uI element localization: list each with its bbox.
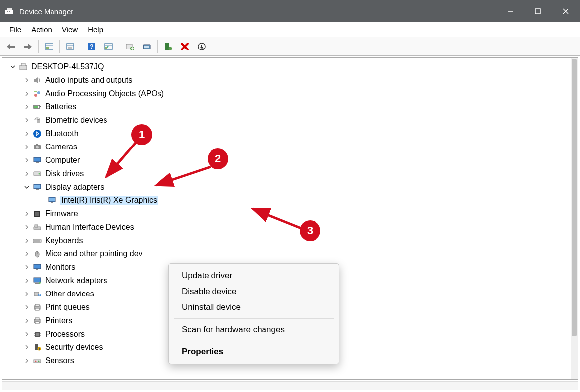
tree-node[interactable]: Cameras: [2, 140, 578, 153]
tree-node[interactable]: Batteries: [2, 100, 578, 113]
svg-rect-37: [34, 106, 38, 108]
tree-node[interactable]: Audio inputs and outputs: [2, 73, 578, 87]
context-menu-item[interactable]: Uninstall device: [169, 299, 339, 315]
forward-button[interactable]: [20, 39, 35, 54]
context-menu-item[interactable]: Disable device: [169, 284, 339, 299]
chevron-down-icon[interactable]: [9, 63, 16, 70]
close-button[interactable]: [552, 0, 580, 22]
tree-node[interactable]: Display adapters: [2, 180, 578, 194]
chevron-right-icon[interactable]: [23, 90, 30, 97]
tree-node-label: Audio Processing Objects (APOs): [45, 89, 164, 98]
tree-node[interactable]: Mice and other pointing dev: [2, 247, 578, 260]
tree-node[interactable]: Audio Processing Objects (APOs): [2, 87, 578, 100]
menu-action[interactable]: Action: [26, 23, 57, 36]
svg-rect-36: [40, 106, 41, 107]
tree-node-label: Cameras: [45, 143, 77, 151]
svg-rect-8: [10, 46, 15, 48]
chevron-right-icon[interactable]: [23, 264, 30, 271]
svg-rect-73: [35, 318, 39, 320]
svg-rect-41: [36, 144, 38, 146]
chevron-right-icon[interactable]: [23, 277, 30, 284]
minimize-button[interactable]: [496, 0, 524, 22]
svg-rect-63: [34, 278, 41, 282]
tree-leaf[interactable]: Intel(R) Iris(R) Xe Graphics: [2, 194, 578, 207]
device-manager-window: Device Manager File Action View Help ? D…: [0, 0, 580, 392]
maximize-button[interactable]: [524, 0, 552, 22]
tree-leaf-label: Intel(R) Iris(R) Xe Graphics: [60, 196, 158, 205]
tree-node-label: Firmware: [45, 209, 78, 218]
show-hide-console-button[interactable]: [42, 39, 56, 54]
menu-file[interactable]: File: [4, 23, 26, 36]
chevron-right-icon[interactable]: [23, 170, 30, 177]
tree-root[interactable]: DESKTOP-4L537JQ: [2, 60, 578, 73]
monitor-icon: [32, 262, 42, 272]
chevron-right-icon[interactable]: [23, 250, 30, 257]
chevron-right-icon[interactable]: [23, 237, 30, 244]
svg-point-33: [37, 91, 40, 94]
chevron-right-icon[interactable]: [23, 144, 30, 150]
horizontal-scrollbar[interactable]: [2, 381, 578, 390]
svg-rect-61: [34, 264, 41, 269]
tree-node[interactable]: Biometric devices: [2, 113, 578, 127]
svg-rect-50: [49, 198, 55, 201]
printer-icon: [32, 316, 42, 326]
tree-node[interactable]: Firmware: [2, 207, 578, 220]
chevron-right-icon[interactable]: [23, 344, 30, 351]
tree-node-label: Monitors: [45, 263, 75, 272]
chevron-right-icon[interactable]: [23, 357, 30, 364]
disk-icon: [32, 169, 42, 179]
mouse-icon: [32, 249, 42, 259]
chevron-right-icon[interactable]: [23, 304, 30, 311]
svg-text:?: ?: [90, 43, 93, 50]
context-menu-item[interactable]: Update driver: [169, 268, 339, 284]
menu-view[interactable]: View: [57, 23, 83, 36]
svg-point-85: [35, 360, 37, 362]
device-tree-pane: DESKTOP-4L537JQAudio inputs and outputsA…: [2, 57, 578, 380]
tree-node[interactable]: Bluetooth: [2, 127, 578, 140]
tree-node-label: Processors: [45, 330, 85, 339]
context-menu-item[interactable]: Properties: [169, 344, 339, 360]
chevron-right-icon[interactable]: [23, 224, 30, 231]
disable-device-button[interactable]: [177, 39, 192, 54]
tree-node[interactable]: Computer: [2, 153, 578, 167]
svg-rect-70: [35, 304, 39, 306]
window-title: Device Manager: [19, 7, 73, 16]
chevron-right-icon[interactable]: [23, 77, 30, 84]
tree-node[interactable]: Human Interface Devices: [2, 220, 578, 234]
scan-hardware-button[interactable]: [101, 39, 116, 54]
sensor-icon: [32, 356, 42, 366]
chevron-right-icon[interactable]: [23, 210, 30, 217]
chevron-down-icon[interactable]: [23, 184, 30, 191]
chevron-right-icon[interactable]: [23, 130, 30, 137]
chevron-right-icon[interactable]: [23, 157, 30, 164]
security-icon: [32, 343, 42, 352]
chevron-right-icon[interactable]: [23, 103, 30, 110]
tree-node[interactable]: Keyboards: [2, 234, 578, 247]
chevron-right-icon[interactable]: [23, 317, 30, 324]
vertical-scrollbar[interactable]: [571, 58, 578, 379]
tree-node-label: Security devices: [45, 343, 103, 352]
chevron-right-icon[interactable]: [23, 291, 30, 297]
context-menu-item[interactable]: Scan for hardware changes: [169, 322, 339, 338]
properties-button[interactable]: [63, 39, 78, 54]
svg-rect-81: [35, 344, 38, 350]
battery-icon: [32, 102, 42, 112]
svg-point-38: [33, 130, 41, 138]
titlebar: Device Manager: [0, 0, 580, 22]
enable-device-button[interactable]: [160, 39, 175, 54]
menu-help[interactable]: Help: [83, 23, 108, 36]
tree-node-label: Sensors: [45, 356, 74, 365]
help-button[interactable]: ?: [84, 39, 99, 54]
remove-device-button[interactable]: [194, 39, 209, 54]
tree-node[interactable]: Disk drives: [2, 167, 578, 180]
svg-point-45: [39, 173, 40, 174]
chevron-right-icon[interactable]: [23, 117, 30, 124]
chevron-right-icon[interactable]: [23, 331, 30, 338]
tree-node-label: Mice and other pointing dev: [45, 249, 143, 258]
back-button[interactable]: [3, 39, 18, 54]
computer-icon: [32, 155, 42, 165]
toolbar: ?: [0, 37, 580, 56]
update-driver-button[interactable]: [122, 39, 137, 54]
pc-icon: [18, 62, 28, 72]
uninstall-device-button[interactable]: [139, 39, 154, 54]
